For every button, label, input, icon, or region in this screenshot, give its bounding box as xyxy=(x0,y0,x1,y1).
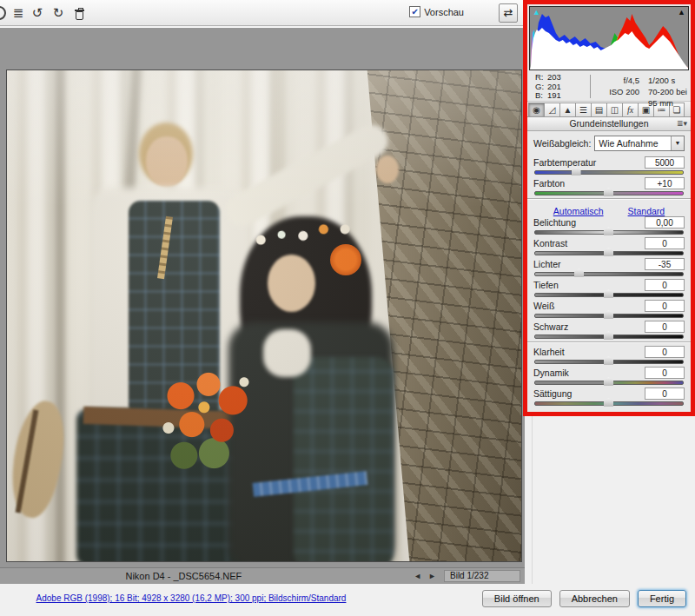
tone-curve-icon: ◿ xyxy=(549,105,556,115)
trash-icon xyxy=(76,11,83,20)
highlight-clipping-toggle[interactable]: ▲ xyxy=(678,8,685,17)
open-image-button[interactable]: Bild öffnen xyxy=(482,590,552,607)
g-value: 201 xyxy=(547,82,561,91)
blacks-value-field[interactable]: 0 xyxy=(645,321,685,333)
preview-area: ✔ Vorschau xyxy=(409,6,464,17)
aperture: f/4,5 xyxy=(601,75,639,86)
auto-link[interactable]: Automatisch xyxy=(553,206,604,216)
tone-links-row: AutomatischStandard xyxy=(533,202,685,215)
adjustments-panel: ▲ ▲ R:203 G:201 B:191 f/4,5 1/200 s ISO … xyxy=(523,0,695,416)
slider-clarity: Klarheit0 xyxy=(533,346,685,364)
section-divider xyxy=(527,198,691,199)
white-balance-label: Weißabgleich: xyxy=(533,138,591,149)
contrast-slider-track[interactable] xyxy=(534,251,684,255)
slider-blacks: Schwarz0 xyxy=(533,321,685,339)
filmstrip-bar: Nikon D4 - _DSC5654.NEF ◄ ► Bild 1/232 xyxy=(0,567,525,584)
shadows-slider-track[interactable] xyxy=(534,293,684,297)
panel-title: Grundeinstellungen xyxy=(569,118,648,129)
shadows-value-field[interactable]: 0 xyxy=(645,279,685,291)
exposure-info: R:203 G:201 B:191 f/4,5 1/200 s ISO 200 … xyxy=(527,72,691,101)
b-value: 191 xyxy=(547,90,561,100)
clarity-label: Klarheit xyxy=(533,347,565,357)
shutter-speed: 1/200 s xyxy=(648,75,691,86)
workflow-options-link[interactable]: Adobe RGB (1998); 16 Bit; 4928 x 3280 (1… xyxy=(0,593,382,603)
photo-shape xyxy=(330,244,361,275)
image-navigation: ◄ ► Bild 1/232 xyxy=(410,570,520,582)
tint-value-field[interactable]: +10 xyxy=(645,177,685,189)
delete-button[interactable] xyxy=(70,3,89,23)
highlights-value-field[interactable]: -35 xyxy=(645,258,685,270)
slider-shadows: Tiefen0 xyxy=(533,279,685,297)
temperature-label: Farbtemperatur xyxy=(533,157,596,168)
lens-info: 70-200 bei 95 mm xyxy=(648,86,691,109)
rotate-right-button[interactable]: ↻ xyxy=(49,3,68,23)
dialog-footer: Adobe RGB (1998); 16 Bit; 4928 x 3280 (1… xyxy=(0,584,695,616)
toggle-fullscreen-button[interactable]: ⇄ xyxy=(499,3,518,23)
panel-menu-button[interactable]: ≣▾ xyxy=(677,117,687,130)
vibrance-value-field[interactable]: 0 xyxy=(645,367,685,379)
done-button[interactable]: Fertig xyxy=(638,590,686,607)
tint-label: Farbton xyxy=(533,178,565,189)
slider-area: Farbtemperatur5000Farbton+10AutomatischS… xyxy=(533,156,685,406)
saturation-slider-track[interactable] xyxy=(534,401,684,406)
saturation-value-field[interactable]: 0 xyxy=(645,387,685,400)
cancel-button[interactable]: Abbrechen xyxy=(559,590,630,607)
previous-image-button[interactable]: ◄ xyxy=(414,572,421,580)
rotate-left-button[interactable]: ↺ xyxy=(28,3,47,23)
tab-hsl-grayscale[interactable]: ☰ xyxy=(575,103,591,117)
photo-shape xyxy=(263,329,311,377)
histogram: ▲ ▲ xyxy=(529,6,689,70)
default-link[interactable]: Standard xyxy=(628,206,665,216)
slider-exposure: Belichtung0,00 xyxy=(533,216,685,235)
slider-saturation: Sättigung0 xyxy=(533,387,685,406)
white-balance-dropdown[interactable]: Wie Aufnahme ▼ xyxy=(594,136,685,151)
slider-whites: Weiß0 xyxy=(533,300,685,318)
slider-contrast: Kontrast0 xyxy=(533,237,685,255)
contrast-value-field[interactable]: 0 xyxy=(645,237,685,249)
next-image-button[interactable]: ► xyxy=(428,572,436,580)
photo-shape xyxy=(268,255,315,312)
tab-detail[interactable]: ▲ xyxy=(559,103,575,117)
contrast-label: Kontrast xyxy=(533,238,567,248)
basic-icon: ◉ xyxy=(533,105,540,115)
panel-header: Grundeinstellungen ≣▾ xyxy=(527,117,691,131)
r-value: 203 xyxy=(547,72,561,82)
tab-basic[interactable]: ◉ xyxy=(528,103,544,117)
whites-label: Weiß xyxy=(533,301,554,311)
zoom-tool-icon[interactable] xyxy=(0,6,6,20)
panel-edge-line xyxy=(532,416,533,584)
tab-tone-curve[interactable]: ◿ xyxy=(544,103,559,117)
exposure-value-field[interactable]: 0,00 xyxy=(645,216,685,229)
tint-slider-track[interactable] xyxy=(534,191,684,195)
image-workspace: Nikon D4 - _DSC5654.NEF ◄ ► Bild 1/232 xyxy=(0,27,525,584)
image-position: Bild 1/232 xyxy=(444,570,520,582)
temperature-slider-track[interactable] xyxy=(534,170,684,175)
whites-slider-track[interactable] xyxy=(534,314,684,318)
slider-highlights: Lichter-35 xyxy=(533,258,685,276)
vibrance-label: Dynamik xyxy=(533,368,569,378)
detail-icon: ▲ xyxy=(564,105,573,115)
r-label: R: xyxy=(535,73,547,83)
exposure-slider-track[interactable] xyxy=(534,230,684,235)
slider-vibrance: Dynamik0 xyxy=(533,367,685,385)
fullscreen-icon: ⇄ xyxy=(504,6,513,19)
chevron-down-icon: ▼ xyxy=(671,136,684,150)
clarity-slider-track[interactable] xyxy=(534,360,684,364)
whites-value-field[interactable]: 0 xyxy=(645,300,685,312)
preview-label: Vorschau xyxy=(424,7,464,17)
bouquet xyxy=(153,361,264,476)
vibrance-slider-track[interactable] xyxy=(534,381,684,385)
clarity-value-field[interactable]: 0 xyxy=(645,346,685,358)
slider-temperature: Farbtemperatur5000 xyxy=(533,156,685,175)
capture-settings: f/4,5 1/200 s ISO 200 70-200 bei 95 mm xyxy=(590,75,691,98)
highlights-slider-track[interactable] xyxy=(534,272,684,276)
shadow-clipping-toggle[interactable]: ▲ xyxy=(533,8,540,17)
preview-checkbox[interactable]: ✔ xyxy=(409,6,420,17)
histogram-canvas xyxy=(530,7,688,70)
white-balance-row: Weißabgleich: Wie Aufnahme ▼ xyxy=(533,136,685,151)
temperature-value-field[interactable]: 5000 xyxy=(645,156,685,169)
filmstrip-menu-button[interactable]: ≣ xyxy=(9,3,28,23)
shadows-label: Tiefen xyxy=(533,280,559,290)
blacks-label: Schwarz xyxy=(533,321,568,332)
blacks-slider-track[interactable] xyxy=(534,334,684,339)
